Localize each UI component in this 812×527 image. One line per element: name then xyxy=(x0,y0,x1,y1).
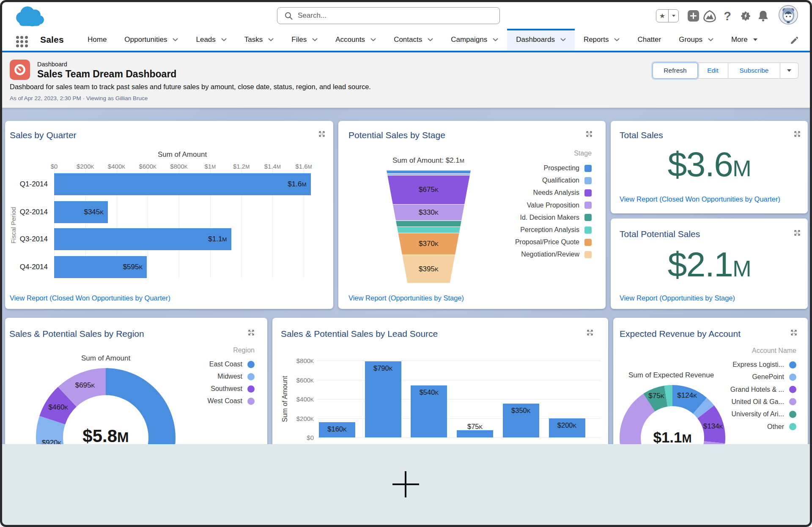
legend-swatch xyxy=(584,202,592,209)
edit-navigation-pencil-icon[interactable] xyxy=(790,36,798,46)
app-launcher-waffle-icon[interactable] xyxy=(15,35,29,48)
trailhead-icon xyxy=(703,10,716,22)
legend-label: Express Logisti... xyxy=(732,361,784,369)
chevron-down-icon xyxy=(221,38,227,41)
refresh-button[interactable]: Refresh xyxy=(653,63,698,79)
widget-title: Sales & Potential Sales by Lead Source xyxy=(281,329,438,339)
metric-value: $3.6M xyxy=(668,145,751,184)
subscribe-button[interactable]: Subscribe xyxy=(728,63,780,79)
bar-value-label: $75K xyxy=(467,422,483,430)
expand-widget-icon[interactable] xyxy=(794,131,800,137)
x-axis-tick: $1.2M xyxy=(233,163,250,170)
page-title: Sales Team Dream Dashboard xyxy=(37,68,176,80)
tab-opportunities[interactable]: Opportunities xyxy=(115,29,187,51)
view-report-link[interactable]: View Report (Closed Won Opportunities by… xyxy=(620,195,780,203)
chevron-down-icon xyxy=(173,38,178,41)
expand-widget-icon[interactable] xyxy=(248,330,254,336)
trailhead-button[interactable] xyxy=(703,10,716,22)
widget-title: Potential Sales by Stage xyxy=(348,130,445,140)
funnel-segment-prospecting[interactable] xyxy=(387,170,471,174)
question-mark-icon: ? xyxy=(724,9,731,23)
bar-lead-source-2[interactable] xyxy=(365,361,401,437)
legend-label: Qualification xyxy=(542,177,579,184)
card-total-sales: Total SalesView Report (Closed Won Oppor… xyxy=(611,121,808,213)
widget-title: Expected Revenue by Account xyxy=(620,329,741,339)
global-search[interactable]: Search... xyxy=(277,7,500,24)
tab-tasks[interactable]: Tasks xyxy=(236,29,283,51)
y-axis-category-label: Q4-2014 xyxy=(10,263,48,271)
header-more-actions-button[interactable] xyxy=(780,63,798,79)
bar-value-label: $200K xyxy=(557,421,576,429)
expand-widget-icon[interactable] xyxy=(319,131,325,137)
favorites-star-button[interactable]: ★ xyxy=(656,10,669,22)
funnel-segment-perception-analysis[interactable] xyxy=(397,227,461,233)
bar-value-label: $595K xyxy=(123,263,143,271)
tab-leads[interactable]: Leads xyxy=(187,29,235,51)
legend-swatch xyxy=(584,251,592,258)
funnel-value-label: $370K xyxy=(419,240,439,248)
help-button[interactable]: ? xyxy=(721,10,733,22)
caret-down-icon xyxy=(787,69,791,72)
tab-groups[interactable]: Groups xyxy=(670,29,722,51)
legend-title: Stage xyxy=(574,150,592,157)
legend-swatch xyxy=(584,177,592,184)
user-avatar[interactable] xyxy=(779,5,798,26)
view-report-link[interactable]: View Report (Opportunities by Stage) xyxy=(348,294,464,302)
view-report-link[interactable]: View Report (Opportunities by Stage) xyxy=(620,294,735,302)
bar-Q1-2014[interactable] xyxy=(54,173,311,195)
tab-contacts[interactable]: Contacts xyxy=(385,29,442,51)
view-report-link[interactable]: View Report (Closed Won Opportunities by… xyxy=(10,294,170,302)
tab-more[interactable]: More xyxy=(722,29,766,51)
donut-center-total: $1.1M xyxy=(653,429,691,446)
bar-value-label: $790K xyxy=(373,364,392,372)
edit-button[interactable]: Edit xyxy=(698,63,728,79)
widget-title: Sales by Quarter xyxy=(10,130,77,140)
widget-title: Sales & Potential Sales by Region xyxy=(9,329,144,339)
tab-campaigns[interactable]: Campaigns xyxy=(442,29,507,51)
funnel-segment-qualification[interactable] xyxy=(387,174,470,175)
global-actions-button[interactable] xyxy=(688,10,699,22)
legend-item: East Coast xyxy=(209,360,255,369)
tab-chatter[interactable]: Chatter xyxy=(628,29,670,51)
tab-home[interactable]: Home xyxy=(79,29,115,51)
donut-value-label: $75K xyxy=(648,392,664,400)
tab-files[interactable]: Files xyxy=(283,29,326,51)
favorites-button-group: ★ xyxy=(656,9,679,22)
chevron-down-icon xyxy=(428,38,433,41)
legend-label: Midwest xyxy=(217,373,242,380)
bar-Q3-2014[interactable] xyxy=(54,228,231,250)
caret-down-icon xyxy=(753,38,757,41)
x-axis-tick: $1.6M xyxy=(295,163,312,170)
tab-label: Chatter xyxy=(637,35,661,44)
legend-swatch xyxy=(789,386,796,393)
legend-swatch xyxy=(789,361,796,369)
bell-icon xyxy=(757,10,769,22)
tab-label: Campaigns xyxy=(451,35,487,44)
expand-widget-icon[interactable] xyxy=(794,230,800,236)
setup-button[interactable] xyxy=(740,10,752,22)
favorites-dropdown-button[interactable] xyxy=(669,10,678,22)
tab-reports[interactable]: Reports xyxy=(575,29,629,51)
tab-accounts[interactable]: Accounts xyxy=(326,29,385,51)
notifications-button[interactable] xyxy=(757,10,769,22)
legend-item: Qualification xyxy=(542,176,592,185)
chart-title: Sum of Amount xyxy=(81,354,130,363)
x-axis-tick: $1.4M xyxy=(264,163,281,170)
expand-widget-icon[interactable] xyxy=(586,131,592,137)
legend-label: Grand Hotels & ... xyxy=(730,386,784,393)
donut-value-label: $695K xyxy=(75,381,95,390)
legend-swatch xyxy=(584,239,592,246)
chevron-down-icon xyxy=(708,38,713,41)
bar-lead-source-4[interactable] xyxy=(457,430,493,437)
legend-swatch xyxy=(247,373,255,380)
expand-widget-icon[interactable] xyxy=(587,330,593,336)
legend-item: West Coast xyxy=(208,397,255,405)
legend-label: East Coast xyxy=(209,360,242,368)
expand-widget-icon[interactable] xyxy=(791,330,797,336)
gridline xyxy=(317,380,601,380)
tab-dashboards[interactable]: Dashboards xyxy=(507,29,575,51)
legend-title: Account Name xyxy=(752,347,796,355)
widget-title: Total Potential Sales xyxy=(620,229,700,239)
caret-down-icon xyxy=(672,15,675,17)
funnel-segment-id-decision-makers[interactable] xyxy=(396,221,462,227)
